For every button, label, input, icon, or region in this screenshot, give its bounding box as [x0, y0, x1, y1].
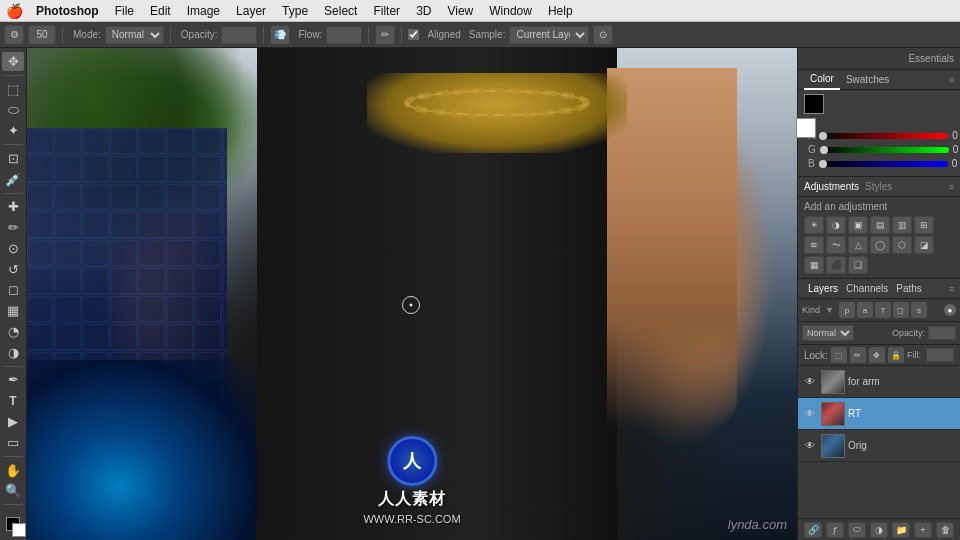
aligned-checkbox[interactable]: [408, 29, 419, 40]
lock-position[interactable]: ✥: [869, 347, 885, 363]
apple-logo[interactable]: 🍎: [0, 3, 28, 19]
adj-bw[interactable]: 〜: [826, 236, 846, 254]
path-select-tool[interactable]: ▶: [2, 412, 24, 431]
adj-exposure[interactable]: ▤: [870, 216, 890, 234]
color-swatches[interactable]: [2, 513, 24, 532]
layer-visibility-for-arm[interactable]: 👁: [802, 374, 818, 390]
layer-blend-mode[interactable]: Normal: [802, 325, 854, 341]
history-brush-tool[interactable]: ↺: [2, 260, 24, 279]
adj-tab-styles[interactable]: Styles: [865, 181, 892, 192]
opacity-input[interactable]: 100%: [221, 26, 257, 44]
dodge-tool[interactable]: ◑: [2, 343, 24, 362]
sample-select[interactable]: Current Layer: [509, 26, 589, 44]
fill-input[interactable]: 100%: [926, 348, 954, 362]
red-slider[interactable]: [819, 133, 948, 139]
tab-channels[interactable]: Channels: [842, 279, 892, 299]
layer-adjustment-btn[interactable]: ◑: [870, 522, 888, 538]
adj-levels[interactable]: ▣: [848, 216, 868, 234]
ignore-adj-btn[interactable]: ⊙: [593, 25, 613, 45]
canvas-area[interactable]: 人 人人素材 WWW.RR-SC.COM lynda.com: [27, 48, 797, 540]
eraser-tool[interactable]: ◻: [2, 281, 24, 300]
brush-tool[interactable]: ✏: [2, 218, 24, 237]
tab-paths[interactable]: Paths: [892, 279, 926, 299]
clone-stamp-tool[interactable]: ⊙: [2, 239, 24, 258]
menu-photoshop[interactable]: Photoshop: [28, 0, 107, 22]
tab-color[interactable]: Color: [804, 70, 840, 90]
filter-type[interactable]: T: [875, 302, 891, 318]
menu-window[interactable]: Window: [481, 0, 540, 22]
adj-channelmixer[interactable]: ◯: [870, 236, 890, 254]
tool-options-btn[interactable]: ⚙: [4, 25, 24, 45]
flow-input[interactable]: 100%: [326, 26, 362, 44]
menu-layer[interactable]: Layer: [228, 0, 274, 22]
lasso-tool[interactable]: ⬭: [2, 100, 24, 119]
patch-tool[interactable]: ✚: [2, 197, 24, 216]
adj-tab-adjustments[interactable]: Adjustments: [804, 181, 859, 192]
lock-all[interactable]: 🔒: [888, 347, 904, 363]
adj-colorbalance[interactable]: ≋: [804, 236, 824, 254]
adj-threshold[interactable]: ⬛: [826, 256, 846, 274]
layer-delete-btn[interactable]: 🗑: [936, 522, 954, 538]
adj-photofilter[interactable]: △: [848, 236, 868, 254]
brush-size-display[interactable]: 50: [28, 25, 56, 45]
pen-tool[interactable]: ✒: [2, 371, 24, 390]
adj-gradientmap[interactable]: ❏: [848, 256, 868, 274]
menu-help[interactable]: Help: [540, 0, 581, 22]
adj-colorlookup[interactable]: ⬡: [892, 236, 912, 254]
filter-pixel[interactable]: p: [839, 302, 855, 318]
shape-tool[interactable]: ▭: [2, 433, 24, 452]
layers-panel-menu[interactable]: ≡: [949, 284, 954, 294]
airbrush-btn[interactable]: 💨: [270, 25, 290, 45]
blend-mode-select[interactable]: Normal: [105, 26, 164, 44]
adj-panel-menu[interactable]: ≡: [949, 182, 954, 192]
adj-posterize[interactable]: ▦: [804, 256, 824, 274]
color-fg-bg[interactable]: [804, 94, 838, 124]
layer-item-rt[interactable]: 👁 RT: [798, 398, 960, 430]
menu-type[interactable]: Type: [274, 0, 316, 22]
kind-selector[interactable]: ▼: [825, 305, 834, 315]
menu-filter[interactable]: Filter: [365, 0, 408, 22]
move-tool[interactable]: ✥: [2, 52, 24, 71]
lock-transparency[interactable]: ⬚: [831, 347, 847, 363]
tab-layers[interactable]: Layers: [804, 279, 842, 299]
menu-view[interactable]: View: [439, 0, 481, 22]
zoom-tool[interactable]: 🔍: [2, 481, 24, 500]
layer-link-btn[interactable]: 🔗: [804, 522, 822, 538]
adj-vibrance[interactable]: ▥: [892, 216, 912, 234]
layer-new-btn[interactable]: +: [914, 522, 932, 538]
layer-style-btn[interactable]: ƒ: [826, 522, 844, 538]
layer-item-for-arm[interactable]: 👁 for arm: [798, 366, 960, 398]
menu-edit[interactable]: Edit: [142, 0, 179, 22]
crop-tool[interactable]: ⊡: [2, 149, 24, 168]
layer-visibility-orig[interactable]: 👁: [802, 438, 818, 454]
quick-select-tool[interactable]: ✦: [2, 121, 24, 140]
eyedropper-tool[interactable]: 💉: [2, 170, 24, 189]
menu-3d[interactable]: 3D: [408, 0, 439, 22]
adj-invert[interactable]: ◪: [914, 236, 934, 254]
filter-smart[interactable]: s: [911, 302, 927, 318]
filter-adjust[interactable]: a: [857, 302, 873, 318]
adj-curves[interactable]: ◑: [826, 216, 846, 234]
lock-pixels[interactable]: ✏: [850, 347, 866, 363]
menu-image[interactable]: Image: [179, 0, 228, 22]
blur-tool[interactable]: ◔: [2, 322, 24, 341]
menu-select[interactable]: Select: [316, 0, 365, 22]
background-color[interactable]: [796, 118, 816, 138]
adj-hsl[interactable]: ⊞: [914, 216, 934, 234]
filter-toggle[interactable]: ●: [944, 304, 956, 316]
layer-opacity-input[interactable]: 100%: [928, 326, 956, 340]
layer-item-orig[interactable]: 👁 Orig: [798, 430, 960, 462]
adj-brightness[interactable]: ☀: [804, 216, 824, 234]
gradient-tool[interactable]: ▦: [2, 301, 24, 320]
blue-slider[interactable]: [819, 161, 948, 167]
menu-file[interactable]: File: [107, 0, 142, 22]
marquee-tool[interactable]: ⬚: [2, 80, 24, 99]
color-panel-menu[interactable]: ≡: [949, 75, 954, 85]
tablet-btn[interactable]: ✏: [375, 25, 395, 45]
layer-mask-btn[interactable]: ⬭: [848, 522, 866, 538]
tab-swatches[interactable]: Swatches: [840, 70, 895, 90]
bg-color-swatch[interactable]: [12, 523, 26, 537]
type-tool[interactable]: T: [2, 391, 24, 410]
hand-tool[interactable]: ✋: [2, 461, 24, 480]
filter-shape[interactable]: ◻: [893, 302, 909, 318]
